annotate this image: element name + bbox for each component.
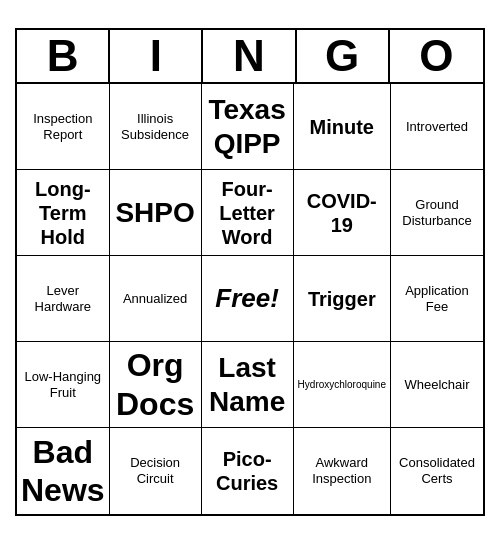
bingo-cell-24: Consolidated Certs	[391, 428, 483, 514]
bingo-cell-9: Ground Disturbance	[391, 170, 483, 256]
bingo-cell-13: Trigger	[294, 256, 391, 342]
bingo-cell-20: Bad News	[17, 428, 110, 514]
bingo-cell-11: Annualized	[110, 256, 202, 342]
header-letter-n: N	[203, 30, 296, 82]
bingo-cell-18: Hydroxychloroquine	[294, 342, 391, 428]
bingo-cell-5: Long-Term Hold	[17, 170, 110, 256]
bingo-cell-7: Four-Letter Word	[202, 170, 294, 256]
bingo-cell-6: SHPO	[110, 170, 202, 256]
bingo-grid: Inspection ReportIllinois SubsidenceTexa…	[17, 84, 483, 514]
bingo-cell-23: Awkward Inspection	[294, 428, 391, 514]
bingo-cell-8: COVID-19	[294, 170, 391, 256]
header-letter-i: I	[110, 30, 203, 82]
bingo-cell-1: Illinois Subsidence	[110, 84, 202, 170]
bingo-cell-4: Introverted	[391, 84, 483, 170]
bingo-cell-22: Pico-Curies	[202, 428, 294, 514]
bingo-cell-2: Texas QIPP	[202, 84, 294, 170]
header-letter-g: G	[297, 30, 390, 82]
bingo-card: BINGO Inspection ReportIllinois Subsiden…	[15, 28, 485, 516]
bingo-header: BINGO	[17, 30, 483, 84]
bingo-cell-21: Decision Circuit	[110, 428, 202, 514]
bingo-cell-17: Last Name	[202, 342, 294, 428]
bingo-cell-12: Free!	[202, 256, 294, 342]
header-letter-o: O	[390, 30, 483, 82]
bingo-cell-3: Minute	[294, 84, 391, 170]
bingo-cell-14: Application Fee	[391, 256, 483, 342]
bingo-cell-15: Low-Hanging Fruit	[17, 342, 110, 428]
bingo-cell-19: Wheelchair	[391, 342, 483, 428]
bingo-cell-10: Lever Hardware	[17, 256, 110, 342]
bingo-cell-0: Inspection Report	[17, 84, 110, 170]
bingo-cell-16: Org Docs	[110, 342, 202, 428]
header-letter-b: B	[17, 30, 110, 82]
